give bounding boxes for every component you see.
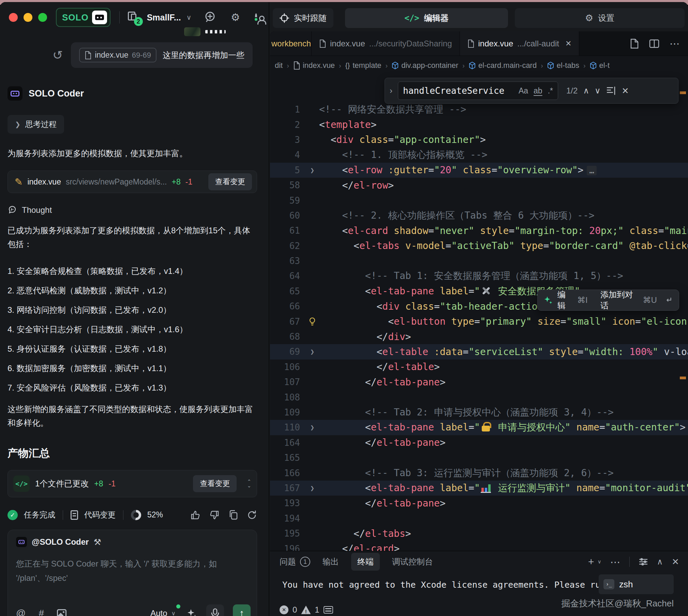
new-chat-icon[interactable] (204, 11, 216, 24)
regex-button[interactable]: .* (548, 86, 553, 96)
code-line[interactable]: 62<el-tabs v-model="activeTab" type="bor… (270, 238, 688, 253)
breadcrumb-item[interactable]: {}template (345, 61, 382, 70)
code-line[interactable]: 165 (270, 450, 688, 465)
model-selector[interactable]: Auto ∨ (150, 608, 178, 616)
view-segment-settings[interactable]: ⚙设置 (515, 8, 685, 28)
more-actions-icon[interactable]: ⋯ (670, 38, 680, 49)
terminal-more-icon[interactable]: ⋯ (610, 556, 620, 568)
lightbulb-icon[interactable] (305, 317, 319, 326)
minimize-window-button[interactable] (24, 13, 32, 22)
split-editor-icon[interactable] (649, 39, 659, 48)
code-line[interactable]: 107</el-tab-pane> (270, 375, 688, 390)
chat-composer[interactable]: @SOLO Coder ⚒ 您正在与 SOLO Coder 聊天，输入 '/' … (8, 530, 257, 616)
account-button[interactable] (255, 14, 257, 20)
thumbs-down-icon[interactable] (209, 510, 220, 520)
view-changes-button[interactable]: 查看变更 (208, 173, 252, 190)
breadcrumb-item[interactable]: div.app-container (392, 61, 458, 70)
artifact-view-changes-button[interactable]: 查看变更 (193, 475, 237, 492)
find-input[interactable]: handleCreateService Aa ab .* (398, 82, 558, 100)
gear-icon[interactable]: ⚙ (231, 12, 240, 23)
maximize-panel-icon[interactable]: ∧ (657, 557, 663, 567)
fold-chevron-icon[interactable]: ❯ (305, 166, 319, 174)
workspace-windows-icon[interactable]: 2 (128, 12, 139, 23)
fold-chevron-icon[interactable]: ❯ (305, 348, 319, 356)
code-line[interactable]: 67<el-button type="primary" size="small"… (270, 314, 688, 329)
code-change-label[interactable]: 代码变更 (84, 510, 116, 520)
new-terminal-icon[interactable]: + (588, 556, 594, 568)
editor-tab-0[interactable]: workbench (270, 31, 312, 56)
close-find-icon[interactable]: ✕ (622, 86, 629, 96)
panel-tab-3[interactable]: 调试控制台 (392, 556, 433, 567)
tooltip-add-label[interactable]: 添加到对话 (600, 289, 638, 311)
code-line[interactable]: 61<el-card shadow="never" style="margin-… (270, 223, 688, 238)
problems-statusbar[interactable]: ✕ 0 ! 1 (280, 605, 333, 615)
code-line[interactable]: 59 (270, 193, 688, 208)
file-reference-chip[interactable]: index.vue 69-69 (79, 48, 156, 62)
code-line[interactable]: 2<template> (270, 117, 688, 132)
chevron-down-icon[interactable]: ∨ (186, 13, 192, 21)
code-line[interactable]: 196</el-card> (270, 541, 688, 551)
code-line[interactable]: 166<!-- Tab 3: 运行监测与审计（涵盖功能项 2, 6）--> (270, 465, 688, 480)
chat-scroll-area[interactable]: ↺ index.vue 69-69 这里的数据再增加一些 SOLO Coder … (0, 33, 269, 616)
editor-tab-1[interactable]: index.vue.../securityDataSharing (312, 31, 460, 56)
code-line[interactable]: 3<div class="app-container"> (270, 132, 688, 147)
close-tab-icon[interactable]: ✕ (565, 39, 571, 48)
code-line[interactable]: 4<!-- 1. 顶部核心指标概览 --> (270, 147, 688, 162)
tooltip-edit-label[interactable]: 编辑 (557, 289, 572, 311)
breadcrumb-item[interactable]: el-t (590, 61, 610, 70)
panel-layout-icon[interactable] (639, 557, 648, 566)
breadcrumb-item[interactable]: el-tabs (547, 61, 579, 70)
code-line[interactable]: 1<!-- 网络安全数据共享管理 --> (270, 102, 688, 117)
code-line[interactable]: 64<!-- Tab 1: 安全数据服务管理（涵盖功能项 1, 5）--> (270, 268, 688, 283)
mention-icon[interactable]: @ (16, 608, 26, 616)
context-hash-icon[interactable]: # (39, 608, 44, 616)
code-editor[interactable]: 1<!-- 网络安全数据共享管理 -->2<template>3<div cla… (270, 75, 688, 551)
code-line[interactable]: 194 (270, 511, 688, 526)
send-button[interactable]: ↑ (233, 604, 251, 616)
view-segment-editor[interactable]: </>编辑器 (345, 8, 508, 28)
copy-icon[interactable] (228, 510, 238, 520)
whole-word-button[interactable]: ab (534, 86, 542, 96)
panel-tab-1[interactable]: 输出 (323, 556, 339, 567)
sparkle-icon[interactable] (186, 608, 197, 616)
find-in-selection-icon[interactable] (606, 86, 616, 96)
restore-checkpoint-icon[interactable]: ↺ (53, 49, 63, 61)
code-line[interactable]: 69❯<el-table :data="serviceList" style="… (270, 344, 688, 359)
code-line[interactable]: 193</el-tab-pane> (270, 496, 688, 511)
new-file-icon[interactable] (630, 39, 639, 49)
insert-corner-icon[interactable] (665, 296, 673, 304)
terminal-profile-chevron-icon[interactable]: ∨ (598, 559, 601, 565)
toggle-replace-icon[interactable]: › (390, 86, 392, 96)
artifact-summary-card[interactable]: </> 1个文件已更改 +8 -1 查看变更 ⌃⌄ (8, 470, 257, 497)
breadcrumb-item[interactable]: el-card.main-card (469, 61, 537, 70)
breadcrumb-item[interactable]: dit (275, 61, 283, 70)
code-line[interactable]: 63 (270, 253, 688, 268)
zoom-window-button[interactable] (38, 13, 47, 22)
attach-image-icon[interactable] (57, 609, 66, 616)
code-line[interactable]: 110❯<el-tab-pane label=" 申请与授权中心" name="… (270, 420, 688, 435)
close-window-button[interactable] (9, 13, 18, 22)
composer-placeholder[interactable]: 您正在与 SOLO Coder 聊天，输入 '/' 获取更多能力，如 '/pla… (16, 557, 238, 585)
expand-collapse-icon[interactable]: ⌃⌄ (247, 480, 251, 488)
close-panel-icon[interactable]: ✕ (672, 557, 679, 567)
voice-input-button[interactable] (206, 604, 224, 616)
match-case-button[interactable]: Aa (519, 86, 528, 96)
thumbs-up-icon[interactable] (190, 510, 200, 520)
code-line[interactable]: 167❯<el-tab-pane label=" 运行监测与审计" name="… (270, 481, 688, 496)
thinking-process-toggle[interactable]: ❯ 思考过程 (8, 115, 64, 134)
code-line[interactable]: 68</div> (270, 329, 688, 344)
previous-match-icon[interactable]: ∧ (583, 86, 589, 96)
code-line[interactable]: 106</el-table> (270, 360, 688, 375)
code-line[interactable]: 108 (270, 390, 688, 405)
breadcrumb-item[interactable]: index.vue (293, 61, 335, 70)
solo-mode-toggle[interactable]: SOLO (56, 8, 110, 27)
code-line[interactable]: 109<!-- Tab 2: 申请与授权中心（涵盖功能项 3, 4）--> (270, 405, 688, 420)
code-line[interactable]: 5❯<el-row :gutter="20" class="overview-r… (270, 163, 688, 178)
fold-chevron-icon[interactable]: ❯ (305, 423, 319, 431)
view-segment-follow[interactable]: 实时跟随 (273, 8, 333, 28)
editor-tab-2[interactable]: index.vue.../call-audit✕ (460, 31, 580, 56)
terminal-session-item[interactable]: ›_ zsh (599, 574, 674, 594)
code-line[interactable]: 60<!-- 2. 核心功能操作区（Tabs 整合 6 大功能项）--> (270, 208, 688, 223)
next-match-icon[interactable]: ∨ (595, 86, 601, 96)
panel-tab-2[interactable]: 终端 (351, 553, 380, 571)
